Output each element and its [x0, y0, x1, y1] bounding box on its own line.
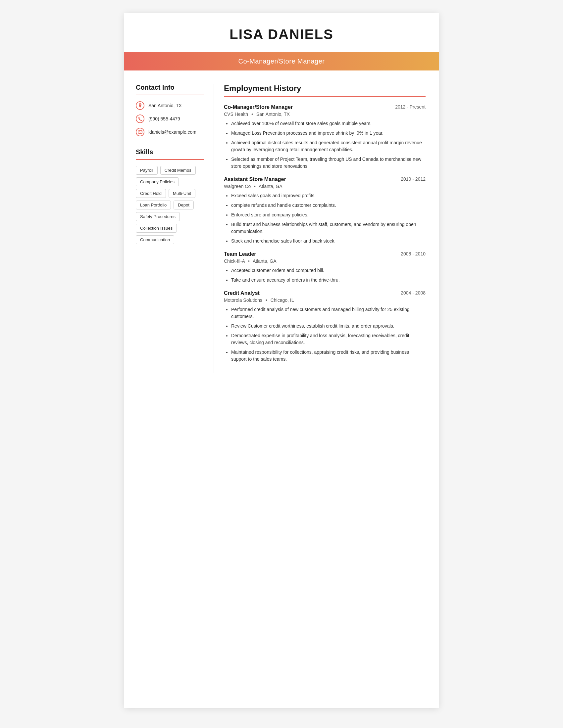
contact-location: San Antonio, TX	[136, 101, 204, 110]
job-header: Assistant Store Manager2010 - 2012	[224, 176, 426, 182]
email-icon	[136, 128, 144, 136]
job-bullets: Achieved over 100% of overall front stor…	[224, 120, 426, 170]
main-content: Employment History Co-Manager/Store Mana…	[213, 84, 439, 373]
job-entry: Credit Analyst2004 - 2008Motorola Soluti…	[224, 290, 426, 363]
bullet-item: Selected as member of Project Team, trav…	[231, 156, 426, 170]
job-title: Team Leader	[224, 251, 256, 257]
bullet-item: Stock and merchandise sales floor and ba…	[231, 238, 426, 245]
job-title: Credit Analyst	[224, 290, 259, 296]
skill-tag: Credit Memos	[160, 166, 196, 175]
skills-section: Skills PayrollCredit MemosCompany Polici…	[136, 148, 204, 244]
contact-email: ldaniels@example.com	[136, 128, 204, 136]
job-company: Chick-fil-A • Atlanta, GA	[224, 258, 426, 264]
bullet-item: Demonstrated expertise in profitability …	[231, 332, 426, 346]
skill-tag: Depot	[173, 201, 194, 209]
bullet-item: Managed Loss Prevention processes and im…	[231, 130, 426, 137]
bullet-item: Review Customer credit worthiness, estab…	[231, 323, 426, 330]
skills-divider	[136, 159, 204, 160]
skill-tag: Payroll	[136, 166, 158, 175]
email-text: ldaniels@example.com	[148, 129, 196, 135]
job-title-text: Co-Manager/Store Manager	[238, 58, 325, 65]
skill-tag: Collection Issues	[136, 224, 177, 233]
job-dates: 2004 - 2008	[401, 290, 426, 296]
location-icon	[136, 101, 144, 110]
job-header: Co-Manager/Store Manager2012 - Present	[224, 104, 426, 110]
bullet-item: Take and ensure accuracy of orders in th…	[231, 277, 426, 284]
job-entry: Team Leader2008 - 2010Chick-fil-A • Atla…	[224, 251, 426, 284]
job-header: Team Leader2008 - 2010	[224, 251, 426, 257]
location-text: San Antonio, TX	[148, 103, 182, 108]
sidebar: Contact Info San Antonio, TX	[124, 84, 213, 373]
skill-tag: Communication	[136, 235, 174, 244]
contact-section: Contact Info San Antonio, TX	[136, 84, 204, 136]
job-title: Co-Manager/Store Manager	[224, 104, 293, 110]
bullet-item: Exceed sales goals and improved profits.	[231, 192, 426, 199]
job-bullets: Accepted customer orders and computed bi…	[224, 267, 426, 284]
job-header: Credit Analyst2004 - 2008	[224, 290, 426, 296]
bullet-item: Accepted customer orders and computed bi…	[231, 267, 426, 274]
job-dates: 2012 - Present	[395, 104, 426, 110]
job-title-bar: Co-Manager/Store Manager	[124, 52, 439, 70]
phone-icon	[136, 114, 144, 123]
skill-tag: Credit Hold	[136, 189, 166, 198]
job-bullets: Exceed sales goals and improved profits.…	[224, 192, 426, 245]
job-company: Motorola Solutions • Chicago, IL	[224, 297, 426, 303]
candidate-name: LISA DANIELS	[131, 26, 432, 42]
skill-tag: Loan Portfolio	[136, 201, 171, 209]
job-title: Assistant Store Manager	[224, 176, 286, 182]
bullet-item: Maintained responsibility for collection…	[231, 349, 426, 363]
phone-text: (990) 555-4479	[148, 116, 180, 121]
job-dates: 2010 - 2012	[401, 176, 426, 182]
job-company: CVS Health • San Antonio, TX	[224, 112, 426, 117]
header-section: LISA DANIELS	[124, 13, 439, 49]
job-entry: Co-Manager/Store Manager2012 - PresentCV…	[224, 104, 426, 170]
resume-document: LISA DANIELS Co-Manager/Store Manager Co…	[124, 13, 439, 708]
bullet-item: Build trust and business relationships w…	[231, 221, 426, 235]
skill-tag: Multi-Unit	[168, 189, 195, 198]
contact-divider	[136, 95, 204, 95]
employment-divider	[224, 96, 426, 97]
body-section: Contact Info San Antonio, TX	[124, 70, 439, 387]
bullet-item: Enforced store and company policies.	[231, 211, 426, 218]
skill-tag: Company Policies	[136, 177, 179, 186]
job-dates: 2008 - 2010	[401, 251, 426, 256]
employment-section: Employment History Co-Manager/Store Mana…	[224, 84, 426, 363]
skills-container: PayrollCredit MemosCompany PoliciesCredi…	[136, 166, 204, 244]
skills-section-title: Skills	[136, 148, 204, 156]
skill-tag: Safety Procedures	[136, 212, 180, 221]
contact-section-title: Contact Info	[136, 84, 204, 91]
bullet-item: Achieved over 100% of overall front stor…	[231, 120, 426, 127]
employment-section-title: Employment History	[224, 84, 426, 93]
job-company: Walgreen Co • Atlanta, GA	[224, 184, 426, 189]
bullet-item: Performed credit analysis of new custome…	[231, 306, 426, 320]
contact-phone: (990) 555-4479	[136, 114, 204, 123]
job-bullets: Performed credit analysis of new custome…	[224, 306, 426, 363]
jobs-container: Co-Manager/Store Manager2012 - PresentCV…	[224, 104, 426, 363]
job-entry: Assistant Store Manager2010 - 2012Walgre…	[224, 176, 426, 245]
bullet-item: complete refunds and handle customer com…	[231, 202, 426, 209]
bullet-item: Achieved optimal district sales results …	[231, 139, 426, 153]
